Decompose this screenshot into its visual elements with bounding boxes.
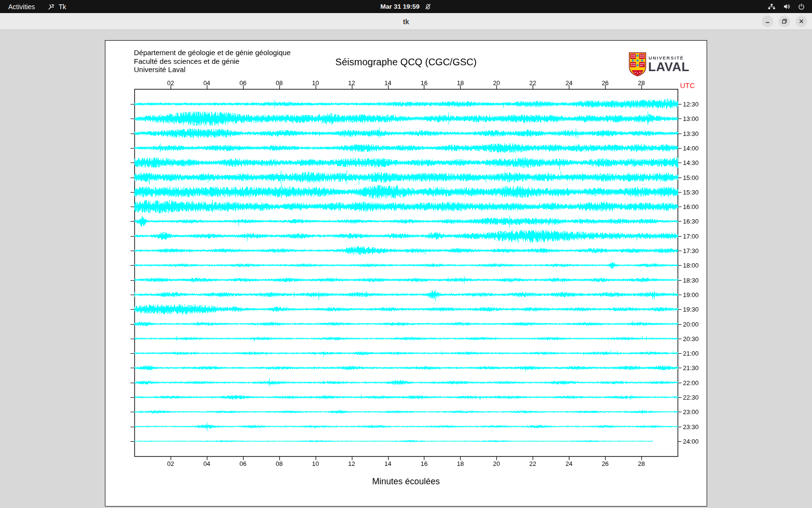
x-tick-label: 26 — [602, 460, 609, 467]
utc-time-label: 13:00 — [683, 115, 699, 122]
x-tick-label: 14 — [384, 79, 391, 87]
x-tick-label: 10 — [312, 79, 319, 87]
utc-time-label: 22:00 — [683, 379, 699, 386]
utc-time-label: 15:30 — [683, 188, 699, 195]
x-tick-label: 02 — [167, 79, 174, 87]
utc-time-label: 19:00 — [683, 291, 699, 298]
utc-time-label: 23:00 — [683, 408, 699, 416]
utc-time-label: 18:30 — [683, 276, 699, 284]
clock-label: Mar 31 19:59 — [380, 3, 420, 10]
clock-menu[interactable]: Mar 31 19:59 — [380, 0, 432, 13]
x-tick-label: 22 — [529, 460, 536, 467]
utc-time-label: 19:30 — [683, 306, 699, 313]
utc-time-label: 13:30 — [683, 130, 699, 137]
utc-time-label: 15:00 — [683, 174, 699, 181]
x-axis-title: Minutes écoulées — [105, 477, 707, 487]
utc-time-label: 14:00 — [683, 144, 699, 151]
utc-time-label: 21:30 — [683, 364, 699, 372]
activities-button[interactable]: Activities — [8, 3, 35, 11]
gnome-top-bar: Activities Tk Mar 31 19:59 — [0, 0, 812, 13]
x-tick-label: 20 — [493, 460, 500, 467]
utc-time-label: 14:30 — [683, 159, 699, 166]
utc-time-label: 17:30 — [683, 247, 699, 254]
tk-icon — [47, 3, 55, 11]
utc-time-label: 12:30 — [683, 101, 699, 108]
maximize-button[interactable] — [779, 15, 790, 27]
x-tick-label: 16 — [420, 79, 427, 87]
volume-icon — [783, 2, 791, 11]
minimize-button[interactable] — [762, 15, 773, 27]
laval-shield-icon — [629, 52, 646, 76]
notifications-muted-icon — [424, 3, 432, 10]
app-menu[interactable]: Tk — [47, 3, 66, 11]
logo-laval-label: LAVAL — [648, 60, 689, 75]
x-tick-label: 18 — [457, 460, 464, 467]
x-tick-label: 24 — [566, 79, 572, 87]
restore-icon — [782, 18, 787, 24]
minimize-icon — [765, 18, 770, 24]
window-title: tk — [0, 13, 812, 30]
seismogram-canvas — [105, 41, 707, 506]
utc-time-label: 16:00 — [683, 203, 699, 210]
close-icon — [798, 18, 804, 24]
x-tick-label: 28 — [638, 460, 645, 467]
power-icon — [798, 3, 805, 11]
x-tick-label: 08 — [276, 460, 282, 467]
utc-axis-label: UTC — [680, 81, 695, 90]
utc-time-label: 20:00 — [683, 320, 699, 328]
close-button[interactable] — [796, 15, 807, 27]
seismograph-figure: Département de géologie et de génie géol… — [105, 40, 707, 507]
x-tick-label: 04 — [203, 460, 210, 467]
utc-time-label: 21:00 — [683, 350, 699, 357]
x-tick-label: 12 — [348, 79, 355, 87]
x-tick-label: 24 — [566, 460, 572, 467]
x-tick-label: 26 — [602, 79, 609, 87]
desktop: Activities Tk Mar 31 19:59 — [0, 0, 812, 508]
universite-laval-logo: UNIVERSITÉ LAVAL — [629, 51, 692, 76]
x-tick-label: 02 — [167, 460, 174, 467]
window-titlebar: tk — [0, 13, 812, 30]
x-tick-label: 12 — [348, 460, 355, 467]
utc-time-label: 24:00 — [683, 437, 699, 445]
x-tick-label: 08 — [276, 79, 282, 87]
utc-time-label: 23:30 — [683, 423, 699, 430]
x-tick-label: 28 — [638, 79, 645, 87]
utc-time-label: 22:30 — [683, 394, 699, 401]
x-tick-label: 10 — [312, 460, 319, 467]
utc-time-label: 18:00 — [683, 262, 699, 269]
app-menu-label: Tk — [58, 3, 66, 11]
x-tick-label: 14 — [384, 460, 391, 467]
utc-time-label: 16:30 — [683, 218, 699, 225]
x-tick-label: 06 — [240, 460, 246, 467]
institution-line: Département de géologie et de génie géol… — [134, 48, 290, 57]
x-tick-label: 04 — [203, 79, 210, 87]
figure-title: Séismographe QCQ (CGC/GSC) — [105, 57, 707, 68]
utc-time-label: 20:30 — [683, 335, 699, 342]
x-tick-label: 06 — [240, 79, 246, 87]
x-tick-label: 18 — [457, 79, 464, 87]
utc-time-label: 17:00 — [683, 232, 699, 239]
x-tick-label: 16 — [420, 460, 427, 467]
network-wired-icon — [768, 2, 776, 11]
x-tick-label: 22 — [529, 79, 536, 87]
x-tick-label: 20 — [493, 79, 500, 87]
system-status-area[interactable] — [768, 0, 812, 13]
